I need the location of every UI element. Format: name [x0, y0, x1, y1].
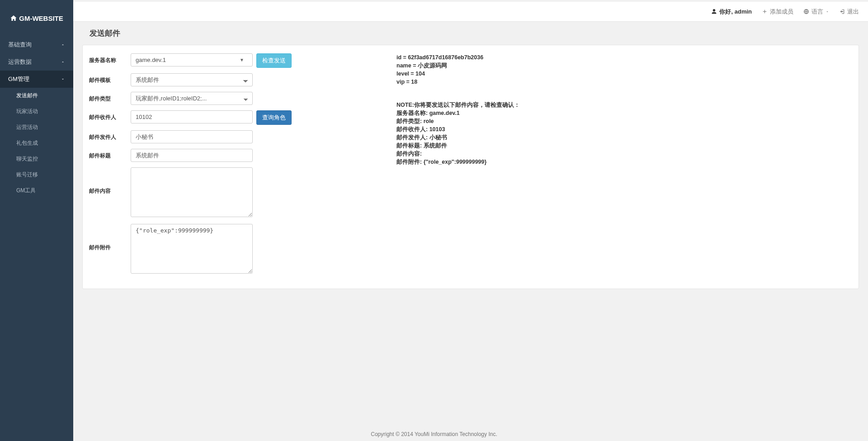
logout-link[interactable]: 退出	[839, 8, 859, 16]
globe-icon	[803, 9, 809, 14]
mail-template-select[interactable]: 系统邮件	[131, 73, 253, 86]
sender-input[interactable]	[131, 130, 253, 143]
sidebar: GM-WEBSITE 基础查询 运营数据 GM管理 发送邮件 玩家活动 运营活动…	[0, 0, 73, 441]
preview-level: level = 104	[396, 71, 425, 77]
label-subject: 邮件标题	[89, 149, 131, 160]
sidebar-sub-account-migrate[interactable]: 账号迁移	[0, 167, 73, 183]
panel: 服务器名称 game.dev.1 ▼ 检查发送 邮件模板 系统邮件	[82, 45, 859, 289]
content-textarea[interactable]	[131, 167, 253, 217]
preview-subject: 邮件标题: 系统邮件	[396, 142, 447, 149]
preview-column: id = 62f3ad6717d16876eb7b2036 name = 小皮源…	[392, 53, 852, 280]
label-attachment: 邮件附件	[89, 224, 131, 251]
sidebar-sub-send-mail[interactable]: 发送邮件	[0, 88, 73, 104]
caret-down-icon	[826, 10, 829, 14]
caret-down-icon: ▼	[240, 57, 248, 62]
nav: 基础查询 运营数据 GM管理 发送邮件 玩家活动 运营活动 礼包生成 聊天监控 …	[0, 36, 73, 199]
preview-server: 服务器名称: game.dev.1	[396, 110, 460, 116]
user-icon	[711, 9, 717, 14]
sidebar-item-gm-manage[interactable]: GM管理	[0, 71, 73, 88]
subject-input[interactable]	[131, 149, 253, 162]
add-member-text: 添加成员	[770, 8, 793, 16]
chevron-up-icon	[61, 43, 65, 47]
server-name-value: game.dev.1	[136, 57, 166, 63]
brand[interactable]: GM-WEBSITE	[0, 0, 73, 36]
home-icon	[10, 14, 17, 22]
label-server-name: 服务器名称	[89, 53, 131, 64]
nav-sub-gm: 发送邮件 玩家活动 运营活动 礼包生成 聊天监控 账号迁移 GM工具	[0, 88, 73, 199]
sidebar-sub-gm-tools[interactable]: GM工具	[0, 183, 73, 199]
preview-content: 邮件内容:	[396, 151, 422, 157]
footer: Copyright © 2014 YouMi Information Techn…	[0, 423, 868, 441]
preview-type: 邮件类型: role	[396, 118, 434, 124]
preview-attachment: 邮件附件: {"role_exp":999999999}	[396, 159, 486, 165]
label-recipient: 邮件收件人	[89, 110, 131, 121]
sidebar-sub-player-activity[interactable]: 玩家活动	[0, 104, 73, 119]
logout-icon	[839, 9, 845, 14]
label-content: 邮件内容	[89, 167, 131, 195]
sidebar-item-ops-data[interactable]: 运营数据	[0, 53, 73, 71]
sidebar-item-label: GM管理	[8, 75, 29, 83]
brand-text: GM-WEBSITE	[19, 14, 63, 22]
plus-icon	[762, 9, 768, 14]
sidebar-sub-ops-activity[interactable]: 运营活动	[0, 119, 73, 135]
sidebar-sub-chat-monitor[interactable]: 聊天监控	[0, 151, 73, 167]
preview-sender: 邮件发件人: 小秘书	[396, 134, 447, 141]
greeting: 你好, admin	[711, 8, 752, 16]
add-member-link[interactable]: 添加成员	[762, 8, 793, 16]
page-title: 发送邮件	[73, 22, 868, 45]
preview-note: NOTE:你将要发送以下邮件内容，请检查确认：	[396, 102, 520, 108]
sidebar-item-basic-query[interactable]: 基础查询	[0, 36, 73, 53]
greeting-text: 你好, admin	[719, 8, 752, 16]
language-text: 语言	[811, 8, 823, 16]
label-mail-template: 邮件模板	[89, 73, 131, 84]
sidebar-item-label: 运营数据	[8, 58, 32, 66]
language-dropdown[interactable]: 语言	[803, 8, 829, 16]
sidebar-item-label: 基础查询	[8, 41, 32, 49]
server-name-select[interactable]: game.dev.1 ▼	[131, 53, 253, 66]
page: 发送邮件 服务器名称 game.dev.1 ▼ 检查发送 邮件模板	[73, 0, 868, 423]
label-mail-type: 邮件类型	[89, 92, 131, 103]
logout-text: 退出	[847, 8, 859, 16]
attachment-textarea[interactable]: {"role_exp":999999999}	[131, 224, 253, 274]
label-sender: 邮件发件人	[89, 130, 131, 141]
query-role-button[interactable]: 查询角色	[256, 110, 292, 125]
sidebar-sub-gift-gen[interactable]: 礼包生成	[0, 135, 73, 151]
recipient-input[interactable]	[131, 110, 253, 123]
mail-type-select[interactable]: 玩家邮件,roleID1;roleID2;...	[131, 92, 253, 105]
preview-id: id = 62f3ad6717d16876eb7b2036	[396, 54, 483, 61]
chevron-up-icon	[61, 60, 65, 64]
chevron-down-icon	[61, 77, 65, 81]
check-send-button[interactable]: 检查发送	[256, 53, 292, 68]
preview-vip: vip = 18	[396, 79, 417, 85]
topbar: 你好, admin 添加成员 语言 退出	[73, 2, 868, 22]
form-column: 服务器名称 game.dev.1 ▼ 检查发送 邮件模板 系统邮件	[89, 53, 387, 280]
preview-recipient: 邮件收件人: 10103	[396, 126, 445, 133]
preview-name: name = 小皮源码网	[396, 62, 447, 69]
